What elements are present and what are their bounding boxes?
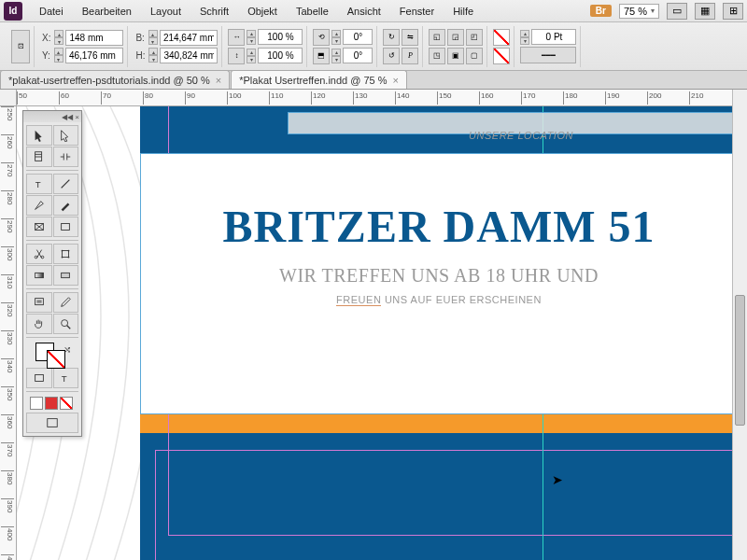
- select-prev-icon[interactable]: ◰: [466, 29, 483, 46]
- zoom-tool[interactable]: [53, 314, 79, 334]
- zoom-level[interactable]: 75 %: [619, 4, 659, 19]
- flip-p-icon[interactable]: P: [402, 48, 418, 64]
- stroke-swatch[interactable]: [493, 48, 510, 64]
- y-spinner[interactable]: ▴▾: [54, 48, 63, 63]
- fill-swatch[interactable]: [493, 29, 510, 46]
- arrange-icon[interactable]: ▦: [695, 3, 715, 20]
- rotate-cw-icon[interactable]: ↻: [383, 29, 400, 46]
- w-label: B:: [135, 33, 144, 43]
- gap-tool[interactable]: [53, 147, 79, 167]
- pencil-tool[interactable]: [53, 195, 79, 216]
- menu-bearbeiten[interactable]: Bearbeiten: [73, 3, 141, 20]
- tab-0[interactable]: *plakat-usertreffen-psdtutorials.indd @ …: [0, 70, 230, 89]
- x-spinner[interactable]: ▴▾: [54, 30, 63, 45]
- menu-tabelle[interactable]: Tabelle: [287, 3, 338, 20]
- sx-spinner[interactable]: ▴▾: [247, 30, 256, 45]
- select-container-icon[interactable]: ◱: [429, 29, 445, 46]
- rectangle-tool[interactable]: [53, 217, 79, 237]
- rotate-ccw-icon[interactable]: ↺: [383, 48, 400, 64]
- horizontal-ruler[interactable]: 5060708090100110120130140150160170180190…: [17, 90, 747, 106]
- type-tool[interactable]: T: [26, 174, 52, 194]
- workspace-icon[interactable]: ⊞: [723, 3, 743, 20]
- flip-h-icon[interactable]: ⇋: [402, 29, 418, 46]
- canvas[interactable]: UNSERE LOCATION BRITZER DAMM 51 WIR TREF…: [17, 106, 747, 560]
- scissors-tool[interactable]: [26, 244, 52, 264]
- refpoint-icon[interactable]: ⊡: [11, 30, 30, 63]
- rot-spinner[interactable]: ▴▾: [331, 30, 341, 45]
- h-input[interactable]: [160, 48, 218, 63]
- menu-fenster[interactable]: Fenster: [390, 3, 444, 20]
- format-text-icon[interactable]: T: [53, 368, 79, 388]
- ungroup-icon[interactable]: ▢: [466, 48, 483, 64]
- shear-icon: ⬒: [313, 48, 330, 64]
- direct-selection-tool[interactable]: [53, 125, 79, 146]
- rotate-group: ⟲▴▾ ⬒▴▾: [309, 26, 377, 67]
- menu-layout[interactable]: Layout: [141, 3, 190, 20]
- gradient-swatch-tool[interactable]: [26, 265, 52, 286]
- shear-input[interactable]: [343, 48, 373, 63]
- close-icon[interactable]: ×: [216, 75, 221, 86]
- line-tool[interactable]: [53, 174, 79, 194]
- note-tool[interactable]: [26, 292, 52, 313]
- workspace: 5060708090100110120130140150160170180190…: [0, 90, 747, 560]
- scrollbar-thumb[interactable]: [735, 295, 745, 426]
- select-next-icon[interactable]: ◳: [429, 48, 445, 64]
- selection-tool[interactable]: [26, 125, 52, 146]
- rotate-input[interactable]: [343, 29, 373, 45]
- scaley-input[interactable]: [258, 48, 303, 63]
- screen-mode-icon[interactable]: ▭: [667, 3, 687, 20]
- select-content-icon[interactable]: ◲: [447, 29, 464, 46]
- stroke-input[interactable]: [531, 29, 576, 45]
- hand-tool[interactable]: [26, 314, 52, 334]
- menu-datei[interactable]: Datei: [30, 3, 73, 20]
- sw-spinner[interactable]: ▴▾: [520, 30, 529, 45]
- tab-1[interactable]: *Plakat Usertreffen.indd @ 75 %×: [231, 70, 407, 89]
- shr-spinner[interactable]: ▴▾: [331, 49, 341, 63]
- rectangle-frame-tool[interactable]: [26, 217, 52, 237]
- apply-gradient[interactable]: [60, 397, 73, 410]
- gradient-feather-tool[interactable]: [53, 265, 79, 286]
- svg-rect-16: [35, 299, 43, 305]
- page-tool[interactable]: [26, 147, 52, 167]
- fill-stroke-box[interactable]: ⤭: [26, 341, 78, 367]
- menu-schrift[interactable]: Schrift: [190, 3, 238, 20]
- w-input[interactable]: [160, 30, 218, 46]
- apply-none[interactable]: [30, 397, 43, 410]
- vertical-scrollbar[interactable]: [732, 90, 747, 560]
- location-frame[interactable]: UNSERE LOCATION: [288, 112, 747, 134]
- subline-2: FREUEN UNS AUF EUER ERSCHEINEN: [141, 287, 737, 308]
- free-transform-tool[interactable]: [53, 244, 79, 264]
- pen-tool[interactable]: [26, 195, 52, 216]
- group-icon[interactable]: ▣: [447, 48, 464, 64]
- vertical-ruler[interactable]: 2502602702802903003103203303403503603703…: [0, 106, 17, 560]
- x-input[interactable]: [65, 30, 123, 46]
- scalex-input[interactable]: [258, 29, 303, 45]
- close-icon[interactable]: ×: [393, 75, 399, 86]
- stroke-color[interactable]: [47, 350, 65, 369]
- sy-spinner[interactable]: ▴▾: [247, 49, 256, 63]
- h-spinner[interactable]: ▴▾: [148, 48, 158, 63]
- color-mode-swatches: [26, 395, 78, 412]
- swap-colors-icon[interactable]: ⤭: [63, 344, 71, 355]
- fill-stroke-group: [489, 26, 514, 67]
- menu-ansicht[interactable]: Ansicht: [338, 3, 390, 20]
- y-input[interactable]: [65, 48, 123, 63]
- tools-header[interactable]: ◀◀×: [23, 111, 81, 122]
- view-mode[interactable]: [26, 413, 78, 433]
- stroke-style[interactable]: ━━━: [520, 47, 576, 63]
- arrange-group: ◱◲◰ ◳▣▢: [425, 26, 487, 67]
- format-container-icon[interactable]: [26, 368, 52, 388]
- headline-frame[interactable]: BRITZER DAMM 51 WIR TREFFEN UNS AB 18 UH…: [140, 153, 738, 414]
- apply-color[interactable]: [45, 397, 58, 410]
- menu-objekt[interactable]: Objekt: [238, 3, 287, 20]
- cursor-icon: ➤: [552, 472, 563, 487]
- w-spinner[interactable]: ▴▾: [148, 30, 158, 45]
- ruler-origin[interactable]: [0, 90, 17, 106]
- menu-hilfe[interactable]: Hilfe: [444, 3, 483, 20]
- svg-text:T: T: [62, 373, 67, 384]
- tools-panel[interactable]: ◀◀× T ⤭ T: [22, 110, 82, 437]
- stroke-weight-group: ▴▾ ━━━: [516, 26, 581, 67]
- eyedropper-tool[interactable]: [53, 292, 79, 313]
- svg-point-12: [62, 257, 63, 259]
- bridge-badge[interactable]: Br: [590, 5, 612, 17]
